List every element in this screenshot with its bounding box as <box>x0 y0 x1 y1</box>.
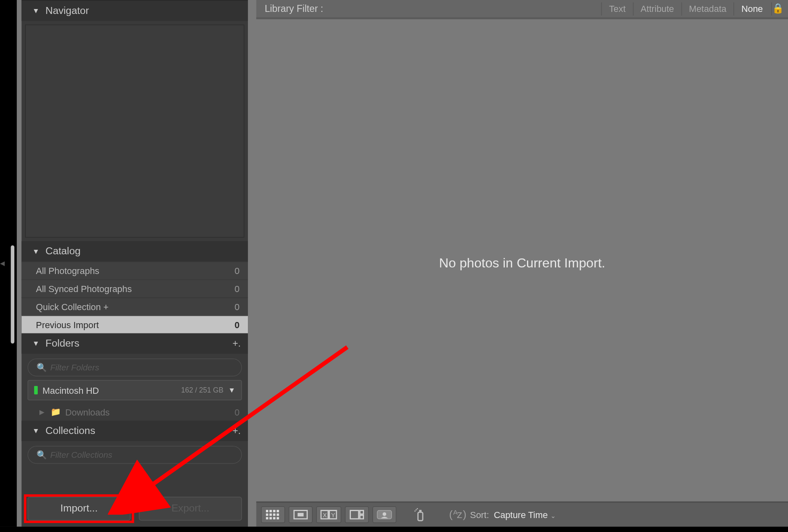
library-filter-label: Library Filter : <box>265 3 323 14</box>
volume-row[interactable]: Macintosh HD 162 / 251 GB ▼ <box>27 380 242 400</box>
svg-rect-4 <box>266 514 268 516</box>
svg-rect-7 <box>277 514 279 516</box>
sort-direction-button[interactable]: ( ᴬz ) <box>449 508 465 521</box>
add-collection-icon[interactable]: +. <box>232 425 241 436</box>
filter-tab-attribute[interactable]: Attribute <box>633 2 681 15</box>
svg-text:Y: Y <box>331 512 335 518</box>
disclosure-triangle-icon: ▼ <box>32 7 39 15</box>
filter-lock-icon[interactable]: 🔒 <box>771 2 784 15</box>
sort-label: Sort: <box>470 509 489 520</box>
filter-collections-placeholder: Filter Collections <box>50 450 112 459</box>
disclosure-triangle-icon: ▼ <box>32 247 39 256</box>
panel-expand-caret-icon[interactable]: ◂ <box>0 257 7 269</box>
folder-count: 0 <box>234 406 239 417</box>
svg-rect-11 <box>277 517 279 520</box>
compare-icon: X Y <box>321 510 337 519</box>
search-icon: 🔍 <box>37 450 47 459</box>
filter-collections-input[interactable]: 🔍 Filter Collections <box>27 446 242 464</box>
survey-icon <box>350 510 364 519</box>
import-button[interactable]: Import... <box>27 497 131 521</box>
catalog-title: Catalog <box>46 245 81 257</box>
svg-rect-19 <box>360 511 364 514</box>
catalog-item-count: 0 <box>234 284 239 294</box>
people-icon <box>377 510 392 519</box>
catalog-item-label: All Synced Photographs <box>36 284 132 294</box>
catalog-item-count: 0 <box>234 301 239 312</box>
export-button[interactable]: Export... <box>139 497 242 521</box>
svg-rect-2 <box>273 510 275 512</box>
grid-icon <box>266 510 280 519</box>
navigator-preview[interactable] <box>25 25 244 237</box>
catalog-item-count: 0 <box>234 320 239 330</box>
loupe-view-button[interactable] <box>289 506 312 523</box>
svg-rect-5 <box>270 514 272 516</box>
catalog-item-count: 0 <box>234 266 239 276</box>
catalog-header[interactable]: ▼ Catalog <box>22 241 248 262</box>
sort-value-dropdown[interactable]: Capture Time ⌄ <box>494 509 556 520</box>
svg-rect-18 <box>350 511 359 519</box>
disclosure-triangle-icon: ▶ <box>39 408 44 416</box>
collections-title: Collections <box>46 425 95 437</box>
svg-rect-13 <box>298 513 304 516</box>
filter-tab-none[interactable]: None <box>733 2 770 15</box>
people-view-button[interactable] <box>372 506 396 523</box>
loupe-icon <box>293 510 308 519</box>
left-scroll-thumb[interactable] <box>11 245 14 343</box>
chevron-down-icon: ⌄ <box>550 512 556 519</box>
filter-tab-text[interactable]: Text <box>601 2 633 15</box>
collections-header[interactable]: ▼ Collections +. <box>22 421 248 441</box>
navigator-title: Navigator <box>46 5 89 17</box>
add-folder-icon[interactable]: +. <box>232 338 241 349</box>
svg-point-22 <box>383 512 386 516</box>
library-grid-area: Library Filter : Text Attribute Metadata… <box>256 0 788 502</box>
grid-view-button[interactable] <box>261 506 285 523</box>
library-filter-bar: Library Filter : Text Attribute Metadata… <box>256 0 788 19</box>
svg-point-26 <box>417 508 418 509</box>
svg-text:X: X <box>323 512 327 518</box>
svg-rect-0 <box>266 510 268 512</box>
svg-point-27 <box>415 511 416 512</box>
empty-state-message: No photos in Current Import. <box>439 256 605 271</box>
catalog-item-all-synced[interactable]: All Synced Photographs 0 <box>22 279 248 297</box>
catalog-item-all-photographs[interactable]: All Photographs 0 <box>22 262 248 280</box>
catalog-item-label: Quick Collection + <box>36 301 109 312</box>
filter-tab-metadata[interactable]: Metadata <box>681 2 734 15</box>
volume-status-led-icon <box>34 386 38 394</box>
svg-rect-6 <box>273 514 275 516</box>
svg-rect-20 <box>360 515 364 519</box>
filter-folders-placeholder: Filter Folders <box>50 363 99 372</box>
catalog-list: All Photographs 0 All Synced Photographs… <box>22 262 248 333</box>
search-icon: 🔍 <box>37 363 47 372</box>
disclosure-triangle-icon: ▼ <box>32 427 39 435</box>
survey-view-button[interactable] <box>345 506 369 523</box>
folders-header[interactable]: ▼ Folders +. <box>22 333 248 354</box>
svg-point-25 <box>416 509 417 511</box>
filter-folders-input[interactable]: 🔍 Filter Folders <box>27 358 242 377</box>
compare-view-button[interactable]: X Y <box>316 506 341 523</box>
navigator-header[interactable]: ▼ Navigator <box>22 0 248 21</box>
disclosure-triangle-icon: ▼ <box>32 339 39 347</box>
catalog-item-previous-import[interactable]: Previous Import 0 <box>22 315 248 333</box>
painter-tool-button[interactable] <box>408 506 432 523</box>
view-toolbar: X Y <box>256 502 788 527</box>
catalog-item-quick-collection[interactable]: Quick Collection + 0 <box>22 297 248 315</box>
svg-rect-3 <box>277 510 279 512</box>
folder-row[interactable]: ▶ 📁 Downloads 0 <box>22 403 248 421</box>
folders-title: Folders <box>46 338 80 349</box>
svg-rect-23 <box>418 512 423 521</box>
catalog-item-label: All Photographs <box>36 266 100 276</box>
catalog-item-label: Previous Import <box>36 320 99 330</box>
spray-can-icon <box>415 507 426 522</box>
folder-icon: 📁 <box>50 407 61 416</box>
svg-rect-9 <box>270 517 272 520</box>
svg-rect-10 <box>273 517 275 520</box>
svg-rect-8 <box>266 517 268 520</box>
left-panel: ▼ Navigator ▼ Catalog All Photographs 0 … <box>22 0 248 527</box>
volume-capacity: 162 / 251 GB <box>181 386 223 394</box>
volume-caret-icon[interactable]: ▼ <box>228 386 235 394</box>
volume-name: Macintosh HD <box>43 385 99 395</box>
svg-rect-1 <box>270 510 272 512</box>
svg-rect-24 <box>419 510 421 512</box>
folder-label: Downloads <box>65 406 110 417</box>
